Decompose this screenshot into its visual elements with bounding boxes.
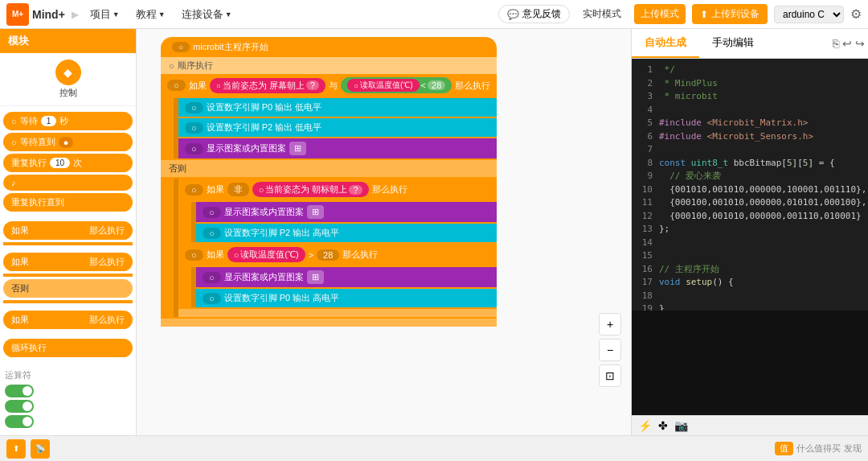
- sidebar: 模块 ◆ 控制 ○ 等待 1 秒 ○ 等待直到 ● 重复执行 10 次: [0, 29, 137, 435]
- block-if1[interactable]: 如果那么执行: [3, 221, 133, 240]
- inner-if-body: ○ 显示图案或内置图案 ⊞ ○ 设置数字引脚 P0 输出 高电平: [191, 267, 497, 307]
- if-keyword: 如果: [189, 80, 207, 92]
- upload-mode-button[interactable]: 上传模式: [634, 4, 686, 24]
- lt-symbol: <: [421, 80, 426, 90]
- zoom-reset-button[interactable]: ⊡: [599, 364, 621, 387]
- else-label-block: 否则: [161, 160, 497, 177]
- nav-connect[interactable]: 连接设备 ▼: [177, 7, 237, 22]
- redo-button[interactable]: ↪: [855, 37, 865, 50]
- inner-do: 那么执行: [342, 249, 378, 261]
- settings-button[interactable]: ⚙: [850, 6, 862, 22]
- nested-sensor-icon: ○: [259, 185, 264, 195]
- sidebar-blocks: ○ 等待 1 秒 ○ 等待直到 ● 重复执行 10 次 ♪ 重复执行直到: [0, 106, 136, 363]
- code-line-15: 15: [637, 249, 863, 263]
- block-repeat-input: 10: [50, 158, 70, 168]
- nested-show-label: 显示图案或内置图案: [224, 206, 304, 218]
- val-block-1: 28: [428, 80, 445, 90]
- toggle-2[interactable]: [5, 400, 131, 413]
- copy-button[interactable]: ⎘: [833, 37, 839, 50]
- control-icon: ◆: [55, 60, 81, 85]
- block-wait[interactable]: ○ 等待 1 秒: [3, 112, 133, 130]
- block-wait-until[interactable]: ○ 等待直到 ●: [3, 133, 133, 151]
- code-line-8: 8 const uint8_t bbcBitmap[5][5] = {: [637, 157, 863, 171]
- inner-sensor: ○ 读取温度值(℃): [227, 247, 305, 262]
- block-loop[interactable]: 循环执行: [3, 339, 133, 357]
- nested-show-icon: ○: [203, 207, 221, 218]
- device-select[interactable]: arduino C: [774, 6, 844, 23]
- seq-block: ○ 顺序执行: [161, 57, 497, 74]
- code-line-6: 6 #include <Microbit_Sensors.h>: [637, 130, 863, 144]
- tab-auto[interactable]: 自动生成: [632, 29, 699, 58]
- inner-set-block: ○ 设置数字引脚 P0 输出 高电平: [196, 289, 497, 307]
- topbar: M+ Mind+ ▶ 项目 ▼ 教程 ▼ 连接设备 ▼ 💬 意见反馈 实时模式 …: [0, 0, 868, 29]
- block-repeat[interactable]: 重复执行 10 次: [3, 154, 133, 172]
- tab-manual[interactable]: 手动编辑: [699, 29, 767, 58]
- sensor-block-2: ○ 读取温度值(℃): [347, 79, 420, 92]
- preview-area: [632, 311, 868, 415]
- canvas[interactable]: ○ microbit主程序开始 ○ 顺序执行 ○ 如果 ○ 当前姿态为 屏幕朝上…: [137, 29, 631, 435]
- code-line-18: 18: [637, 290, 863, 303]
- watermark-text-1: 什么值得买: [796, 442, 841, 455]
- nested-icon-sel: ⊞: [307, 205, 324, 219]
- toggle-switch-3[interactable]: [5, 415, 34, 428]
- inner-show-icon: ○: [203, 272, 221, 283]
- connect-icon[interactable]: ⚡: [638, 419, 652, 432]
- block-wait-icon: ○: [11, 117, 17, 126]
- feedback-button[interactable]: 💬 意见反馈: [498, 5, 570, 23]
- nav-project[interactable]: 项目 ▼: [85, 7, 125, 22]
- nav-tutorial[interactable]: 教程 ▼: [131, 7, 170, 22]
- camera-icon[interactable]: 📷: [674, 419, 688, 432]
- sensor-icon: ○: [216, 81, 221, 90]
- sensor-block-1: ○ 当前姿态为 屏幕朝上 ?: [210, 78, 326, 93]
- toggle-switch-2[interactable]: [5, 400, 34, 413]
- if-body-1: ○ 设置数字引脚 P0 输出 低电平 ○ 设置数字引脚 P2 输出 低电平 ○ …: [174, 98, 497, 158]
- block-if3[interactable]: 如果那么执行: [3, 311, 133, 329]
- main-area: 模块 ◆ 控制 ○ 等待 1 秒 ○ 等待直到 ● 重复执行 10 次: [0, 29, 868, 435]
- do-label: 那么执行: [455, 80, 490, 92]
- connect-dropdown-icon: ▼: [225, 10, 232, 19]
- sidebar-item-control[interactable]: ◆ 控制: [0, 53, 136, 106]
- code-area[interactable]: 1 */ 2 * MindPlus 3 * microbit 4 5 #incl…: [632, 59, 868, 311]
- bluetooth-icon[interactable]: ✤: [658, 419, 668, 432]
- project-dropdown-icon: ▼: [113, 10, 120, 19]
- set-label-1: 设置数字引脚 P0 输出 低电平: [207, 101, 322, 113]
- code-line-14: 14: [637, 237, 863, 250]
- code-line-16: 16 // 主程序开始: [637, 263, 863, 277]
- realtime-mode-button[interactable]: 实时模式: [576, 4, 628, 24]
- inner-sensor-icon: ○: [234, 250, 240, 260]
- block-music[interactable]: ♪: [3, 175, 133, 191]
- device-icons: ⬆ 📡: [6, 439, 50, 459]
- bottombar: ⬆ 📡 值 什么值得买 发现: [0, 435, 868, 461]
- toggle-3[interactable]: [5, 415, 131, 428]
- undo-button[interactable]: ↩: [842, 37, 852, 50]
- inner-if-icon: ○: [185, 249, 203, 261]
- toggle-1[interactable]: [5, 385, 131, 397]
- device-icon-1[interactable]: ⬆: [6, 439, 26, 459]
- inner-gt: >: [309, 250, 313, 260]
- toggle-switch-1[interactable]: [5, 385, 34, 397]
- nested-do: 那么执行: [372, 183, 407, 196]
- nested-if-keyword: 如果: [207, 183, 224, 196]
- logo: M+ Mind+: [6, 3, 65, 26]
- if-condition-row: ○ 如果 ○ 当前姿态为 屏幕朝上 ? 与 ○ 读取温度值(℃): [161, 74, 497, 97]
- inner-set-label: 设置数字引脚 P0 输出 高电平: [224, 292, 340, 304]
- nested-show-block: ○ 显示图案或内置图案 ⊞: [196, 202, 497, 222]
- device-icon-2[interactable]: 📡: [31, 439, 50, 459]
- sensor-q: ?: [306, 80, 319, 90]
- inner-icon-sel: ⊞: [307, 270, 324, 284]
- start-block: ○ microbit主程序开始: [161, 37, 497, 57]
- zoom-in-button[interactable]: +: [599, 313, 621, 335]
- set-digital-block-2: ○ 设置数字引脚 P2 输出 低电平: [178, 118, 497, 137]
- code-line-4: 4: [637, 104, 863, 117]
- op-block-1: ○ 读取温度值(℃) < 28: [341, 77, 452, 93]
- block-repeat-until[interactable]: 重复执行直到: [3, 193, 133, 212]
- outer-if-cap: [161, 319, 497, 327]
- block-else[interactable]: 否则: [3, 279, 133, 298]
- module-tab[interactable]: 模块: [0, 29, 136, 53]
- zoom-out-button[interactable]: −: [599, 339, 621, 361]
- set-icon: ○: [185, 102, 203, 113]
- upload-device-button[interactable]: ⬆ 上传到设备: [692, 4, 768, 24]
- set-digital-block-1: ○ 设置数字引脚 P0 输出 低电平: [178, 98, 497, 117]
- block-if2[interactable]: 如果那么执行: [3, 253, 133, 271]
- right-panel-bottombar: ⚡ ✤ 📷: [632, 415, 868, 435]
